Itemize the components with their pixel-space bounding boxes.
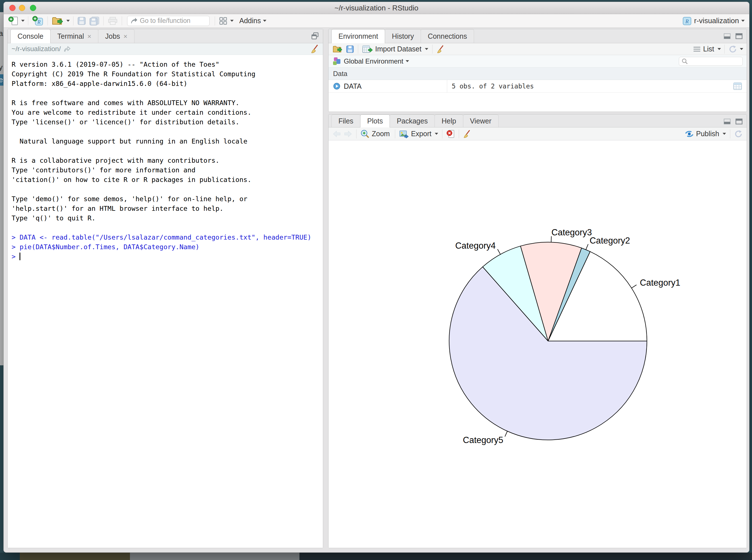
toolbar-separator [103,16,104,25]
export-dropdown-caret[interactable] [435,133,438,135]
clear-all-plots-button[interactable] [463,129,471,139]
clear-environment-button[interactable] [436,44,445,54]
toolbar-separator [395,129,395,138]
panes-layout-dropdown-caret[interactable] [230,20,233,22]
scope-selector-caret[interactable] [406,60,409,62]
tab-terminal[interactable]: Terminal [50,29,99,43]
maximize-console-pane-button[interactable] [310,32,320,41]
environment-search-input[interactable] [690,58,740,65]
close-tab-icon[interactable] [123,29,127,43]
clear-console-button[interactable] [310,43,320,54]
broom-icon [310,44,319,54]
pie-label-tick [632,285,637,288]
console-output-line: R version 3.6.1 (2019-07-05) -- "Action … [12,60,323,69]
import-dataset-caret[interactable] [425,48,428,50]
refresh-environment-button[interactable] [728,44,737,54]
import-dataset-button[interactable]: Import Dataset [362,44,429,54]
minimize-pane-button[interactable] [723,33,731,40]
console-input-line: > [12,252,323,261]
panes-layout-button[interactable] [218,16,228,26]
new-project-button[interactable]: R [32,15,44,26]
open-recent-dropdown-caret[interactable] [66,20,70,22]
close-tab-icon[interactable] [87,29,91,43]
remove-plot-button[interactable] [446,129,455,139]
toolbar-separator [356,129,357,138]
refresh-dropdown-caret[interactable] [740,48,743,50]
console-output-line [12,127,323,137]
refresh-plot-button[interactable] [734,129,743,139]
view-mode-caret[interactable] [717,48,721,50]
plots-toolbar: Zoom Export [328,127,747,140]
pie-label-Category2: Category2 [590,236,630,245]
tab-packages[interactable]: Packages [390,115,435,127]
load-workspace-button[interactable] [332,44,343,54]
save-button[interactable] [77,16,86,26]
tab-plots[interactable]: Plots [360,115,390,127]
console-output-area[interactable]: R version 3.6.1 (2019-07-05) -- "Action … [8,55,323,548]
previous-plot-button[interactable] [332,130,342,138]
toolbar-separator [47,16,48,25]
tab-terminal-label: Terminal [57,29,84,43]
tab-console[interactable]: Console [11,29,50,43]
export-plot-button[interactable]: Export [399,129,439,139]
project-menu-button[interactable]: R r-visualization [682,16,745,26]
console-output-line: Platform: x86_64-apple-darwin15.6.0 (64-… [12,79,323,88]
console-input-line: > pie(DATA$Number.of.Times, DATA$Categor… [12,242,323,252]
goto-file-function-input[interactable] [140,17,206,25]
console-output-line: 'help.start()' for an HTML browser inter… [12,204,323,213]
goto-arrow-icon [130,18,138,24]
console-output-line: R is a collaborative project with many c… [12,156,323,165]
titlebar: ~/r-visualization - RStudio [4,2,749,14]
console-input-line: > DATA <- read.table("/Users/lsalazar/co… [12,233,323,242]
next-plot-button[interactable] [343,130,353,138]
view-data-button[interactable] [732,82,743,91]
scope-selector[interactable]: Global Environment [344,57,403,65]
save-all-button[interactable] [89,16,100,26]
tab-jobs-label: Jobs [105,29,120,43]
pie-chart: Category1Category2Category3Category4Cate… [328,140,747,548]
console-output-line: Type 'license()' or 'licence()' for dist… [12,117,323,127]
tab-connections[interactable]: Connections [421,29,474,43]
tab-viewer-label: Viewer [470,115,491,127]
environment-object-row[interactable]: DATA 5 obs. of 2 variables [328,80,747,93]
tab-environment[interactable]: Environment [331,29,385,43]
export-label: Export [411,130,431,138]
print-button[interactable] [107,16,118,26]
tab-help[interactable]: Help [434,115,463,127]
save-disk-icon [77,17,86,25]
tab-connections-label: Connections [428,29,467,43]
tab-files[interactable]: Files [331,115,361,127]
zoom-plot-button[interactable]: Zoom [360,129,391,139]
open-file-button[interactable] [51,16,64,26]
console-output-line: Type 'q()' to quit R. [12,213,323,223]
new-file-button[interactable] [8,16,19,26]
view-mode-button[interactable]: List [703,45,714,53]
pie-label-Category4: Category4 [455,241,495,251]
data-table-icon [733,82,742,90]
printer-icon [108,17,118,25]
expand-object-icon[interactable] [333,82,340,90]
tab-jobs[interactable]: Jobs [98,29,135,43]
save-workspace-button[interactable] [345,45,354,54]
console-output-line [12,146,323,156]
console-output-line: Copyright (C) 2019 The R Foundation for … [12,69,323,79]
console-output-line: Type 'demo()' for some demos, 'help()' f… [12,194,323,204]
object-name: DATA [344,82,362,91]
addins-button[interactable]: Addins [239,17,261,25]
toolbar-separator [724,45,725,54]
minimize-pane-button[interactable] [723,118,731,125]
addins-dropdown-caret[interactable] [263,20,266,22]
publish-dropdown-caret[interactable] [723,133,726,135]
pie-label-tick [586,244,588,249]
maximize-pane-button[interactable] [735,118,743,125]
maximize-pane-button[interactable] [735,33,743,40]
publish-button[interactable]: Publish [684,129,727,138]
new-file-dropdown-caret[interactable] [21,20,25,22]
tab-history[interactable]: History [385,29,421,43]
publish-icon [685,130,694,138]
goto-directory-icon[interactable] [64,46,71,52]
toolbar-separator [432,45,432,54]
project-dropdown-caret[interactable] [741,20,745,22]
text-cursor [20,253,20,260]
tab-viewer[interactable]: Viewer [463,115,499,127]
